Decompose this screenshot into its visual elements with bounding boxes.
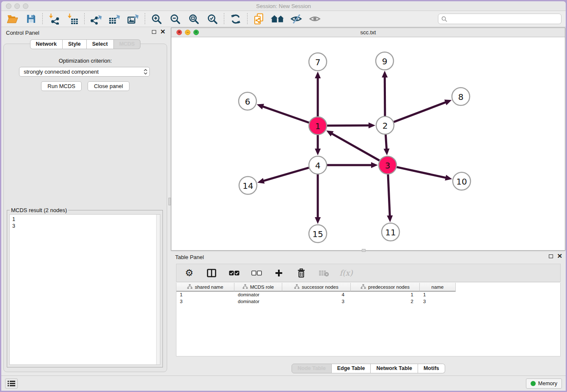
graph-node-label-14: 14 (242, 181, 253, 191)
run-mcds-button[interactable]: Run MCDS (41, 81, 82, 91)
select-all-columns-icon[interactable] (228, 267, 239, 279)
memory-status-dot (531, 381, 536, 386)
edge-arrowhead (315, 149, 321, 155)
criterion-dropdown[interactable]: strongly connected component (19, 67, 150, 77)
table-cell-successor-nodes[interactable]: 3 (282, 298, 351, 305)
add-icon[interactable] (273, 267, 284, 279)
edge-arrowhead (384, 149, 390, 155)
open-session-icon[interactable] (6, 13, 19, 25)
table-tab-node-table[interactable]: Node Table (292, 364, 331, 373)
close-panel-icon[interactable]: ✕ (160, 30, 165, 34)
table-cell-name[interactable]: 1 (420, 292, 456, 298)
hide-selected-icon[interactable] (289, 13, 303, 25)
memory-label: Memory (538, 381, 557, 386)
table-cell-name[interactable]: 3 (420, 298, 456, 305)
import-table-icon[interactable] (66, 13, 80, 25)
edge-2-8[interactable] (394, 102, 446, 122)
edge-2-3[interactable] (385, 135, 386, 149)
result-scrollbar[interactable] (156, 215, 160, 364)
search-field[interactable] (438, 14, 561, 24)
graph-node-label-4: 4 (315, 160, 321, 171)
float-panel-icon[interactable] (152, 30, 156, 34)
mcds-result-text-area[interactable]: 1 3 (9, 214, 160, 365)
application-window: Session: New Session (1, 1, 566, 391)
table-tab-network-table[interactable]: Network Table (371, 364, 418, 373)
column-header-predecessor-nodes[interactable]: predecessor nodes (351, 283, 420, 292)
graph-node-label-15: 15 (312, 229, 323, 239)
network-window-titlebar[interactable]: ✕ – + scc.txt (171, 28, 565, 37)
column-header-mcds-role[interactable]: MCDS role (234, 283, 282, 292)
column-header-name[interactable]: name (420, 283, 456, 292)
graph-node-label-9: 9 (382, 56, 388, 66)
table-settings-icon[interactable]: ⚙ (184, 267, 195, 279)
control-panel-tabs: NetworkStyleSelectMCDS (2, 39, 169, 49)
tab-style[interactable]: Style (63, 39, 87, 49)
splitter-handle-horizontal[interactable] (362, 249, 366, 252)
edge-1-2[interactable] (327, 125, 369, 126)
split-view-icon[interactable] (206, 267, 217, 279)
edge-4-14[interactable] (263, 168, 309, 181)
save-session-icon[interactable] (24, 13, 38, 25)
edge-arrowhead (371, 162, 378, 168)
control-panel: Control Panel ✕ NetworkStyleSelectMCDS O… (2, 28, 169, 375)
table-row[interactable]: 1dominator411 (176, 292, 560, 298)
zoom-fit-icon[interactable] (187, 13, 201, 25)
tab-network[interactable]: Network (30, 39, 63, 49)
show-all-icon[interactable] (308, 13, 322, 25)
apply-layout-icon[interactable] (229, 13, 242, 25)
zoom-out-icon[interactable] (168, 13, 182, 25)
table-cell-mcds-role[interactable]: dominator (234, 298, 282, 305)
mcds-result-box: MCDS result (2 nodes) 1 3 (7, 210, 163, 367)
edge-3-1[interactable] (331, 133, 380, 160)
export-network-icon[interactable] (89, 13, 103, 25)
tab-select[interactable]: Select (87, 39, 114, 49)
graph-node-label-6: 6 (245, 97, 250, 107)
edge-1-6[interactable] (262, 106, 309, 123)
toolbar-separator (224, 13, 224, 25)
edge-arrowhead (444, 99, 451, 105)
column-header-successor-nodes[interactable]: successor nodes (282, 283, 351, 292)
delete-icon[interactable] (296, 267, 307, 279)
table-cell-mcds-role[interactable]: dominator (234, 292, 282, 298)
first-neighbors-icon[interactable] (271, 13, 284, 25)
list-icon (8, 381, 15, 386)
network-graph[interactable]: 7968124314101511 (171, 37, 565, 250)
zoom-in-icon[interactable] (150, 13, 163, 25)
table-cell-shared-name[interactable]: 1 (176, 292, 234, 298)
edge-3-11[interactable] (388, 174, 390, 216)
network-canvas[interactable]: 7968124314101511 (171, 37, 565, 250)
table-cell-predecessor-nodes[interactable]: 1 (351, 292, 420, 298)
import-network-icon[interactable] (47, 13, 61, 25)
edge-arrowhead (315, 72, 321, 78)
export-table-icon[interactable] (108, 13, 121, 25)
hierarchy-icon (242, 284, 248, 290)
table-tab-edge-table[interactable]: Edge Table (332, 364, 371, 373)
clone-network-icon[interactable] (252, 13, 266, 25)
zoom-selected-icon[interactable] (206, 13, 219, 25)
deselect-all-columns-icon[interactable] (251, 267, 262, 279)
mcds-result-values: 1 3 (10, 215, 160, 231)
table-cell-predecessor-nodes[interactable]: 2 (351, 298, 420, 305)
splitter-handle-vertical[interactable] (168, 198, 171, 205)
edge-2-9[interactable] (385, 77, 385, 116)
edge-3-10[interactable] (396, 167, 446, 178)
task-history-button[interactable] (5, 378, 18, 389)
main-toolbar (1, 11, 566, 27)
toolbar-separator (42, 13, 43, 25)
export-image-icon[interactable] (127, 13, 140, 25)
table-row[interactable]: 3dominator323 (176, 298, 560, 305)
table-cell-successor-nodes[interactable]: 4 (282, 292, 351, 298)
graph-node-label-2: 2 (383, 121, 388, 131)
close-panel-button[interactable]: Close panel (88, 81, 129, 91)
search-input[interactable] (447, 16, 558, 22)
tab-mcds[interactable]: MCDS (114, 39, 141, 49)
close-table-panel-icon[interactable]: ✕ (557, 254, 562, 258)
column-header-shared-name[interactable]: shared name (176, 283, 234, 292)
float-table-panel-icon[interactable] (549, 254, 553, 258)
graph-node-label-8: 8 (458, 92, 464, 102)
main-titlebar: Session: New Session (1, 1, 566, 11)
table-tab-motifs[interactable]: Motifs (418, 364, 445, 373)
memory-button[interactable]: Memory (526, 378, 562, 389)
toolbar-separator (145, 13, 145, 25)
table-cell-shared-name[interactable]: 3 (176, 298, 234, 305)
